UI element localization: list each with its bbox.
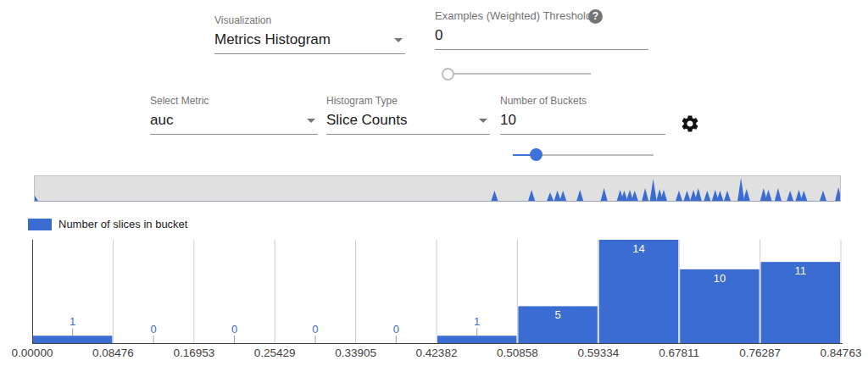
x-axis-label: 0.16953 <box>173 347 214 359</box>
metric-value: auc <box>150 112 318 129</box>
x-axis-label: 0.67811 <box>659 347 699 359</box>
histogram-bar[interactable] <box>599 240 678 343</box>
legend: Number of slices in bucket <box>28 218 187 230</box>
overview-strip-svg <box>35 176 840 201</box>
settings-gear-icon[interactable] <box>680 114 702 136</box>
threshold-slider-track[interactable] <box>448 73 591 75</box>
overview-peak <box>684 191 691 201</box>
overview-peak <box>650 179 657 201</box>
overview-peak <box>528 190 535 201</box>
overview-peak <box>743 189 750 201</box>
overview-peak <box>695 188 702 201</box>
num-buckets-field: Number of Buckets 10 <box>500 95 665 135</box>
bar-value-label: 11 <box>795 264 807 277</box>
overview-peak <box>835 187 840 201</box>
x-axis-label: 0.08476 <box>92 347 134 359</box>
metric-select[interactable]: auc <box>150 112 318 135</box>
overview-peak <box>559 191 566 201</box>
overview-peak <box>601 188 608 201</box>
x-axis-label: 0.42382 <box>416 347 458 359</box>
x-axis-label: 0.59334 <box>577 347 619 359</box>
overview-peak <box>554 191 561 201</box>
x-axis-label: 0.00000 <box>12 347 53 359</box>
chevron-down-icon <box>479 119 487 123</box>
visualization-label: Visualization <box>214 14 405 26</box>
histogram-type-select[interactable]: Slice Counts <box>326 112 490 135</box>
overview-peak <box>775 188 782 201</box>
threshold-label: Examples (Weighted) Threshold <box>435 9 648 22</box>
overview-peak <box>676 191 682 201</box>
threshold-field: Examples (Weighted) Threshold ? 0 <box>435 9 648 50</box>
overview-peak <box>632 191 638 201</box>
threshold-input[interactable]: 0 <box>435 27 648 50</box>
overview-peak <box>820 191 826 201</box>
histogram-type-field: Histogram Type Slice Counts <box>326 95 490 135</box>
x-axis-label: 0.76287 <box>739 347 781 359</box>
overview-peak <box>724 191 731 201</box>
overview-peak <box>642 188 648 201</box>
histogram-svg[interactable]: 10000151410110.000000.084760.169530.2542… <box>0 237 868 366</box>
histogram-bar[interactable] <box>437 336 516 343</box>
bar-value-label: 0 <box>150 323 156 336</box>
threshold-slider-thumb[interactable] <box>442 68 454 80</box>
overview-peak <box>737 178 744 201</box>
bar-value-label: 14 <box>632 242 644 255</box>
overview-peak <box>716 191 723 201</box>
x-axis-label: 0.50858 <box>497 347 538 359</box>
x-axis-label: 0.84763 <box>821 347 862 359</box>
legend-swatch <box>28 219 52 230</box>
overview-strip[interactable] <box>34 175 841 202</box>
overview-peak <box>547 192 554 201</box>
bar-value-label: 0 <box>231 323 237 336</box>
overview-peak <box>765 190 772 201</box>
x-axis-label: 0.25429 <box>254 347 296 359</box>
overview-peak <box>35 196 38 201</box>
visualization-select[interactable]: Metrics Histogram <box>214 31 405 54</box>
histogram-bar[interactable] <box>33 336 112 343</box>
overview-peak <box>576 190 583 201</box>
legend-label: Number of slices in bucket <box>58 218 187 230</box>
overview-peak <box>704 191 710 201</box>
metric-label: Select Metric <box>150 95 318 107</box>
bar-value-label: 0 <box>393 323 399 336</box>
histogram-type-label: Histogram Type <box>326 95 490 107</box>
threshold-value: 0 <box>435 27 648 44</box>
visualization-field: Visualization Metrics Histogram <box>214 14 405 54</box>
num-buckets-value: 10 <box>500 112 665 129</box>
visualization-value: Metrics Histogram <box>214 31 405 48</box>
bar-value-label: 5 <box>554 308 560 321</box>
chevron-down-icon <box>307 119 315 123</box>
num-buckets-input[interactable]: 10 <box>500 112 665 135</box>
chevron-down-icon <box>394 38 403 42</box>
overview-peak <box>787 191 793 201</box>
help-icon[interactable]: ? <box>588 9 603 24</box>
overview-peak <box>491 191 498 201</box>
metric-field: Select Metric auc <box>150 95 318 135</box>
bar-value-label: 1 <box>70 315 75 328</box>
bar-value-label: 1 <box>474 315 480 328</box>
bar-value-label: 0 <box>312 323 318 336</box>
histogram-type-value: Slice Counts <box>326 112 490 129</box>
overview-peak <box>800 191 807 201</box>
buckets-slider-thumb[interactable] <box>530 148 542 161</box>
x-axis-label: 0.33905 <box>335 347 376 359</box>
num-buckets-label: Number of Buckets <box>500 95 665 107</box>
bar-value-label: 10 <box>714 272 726 285</box>
